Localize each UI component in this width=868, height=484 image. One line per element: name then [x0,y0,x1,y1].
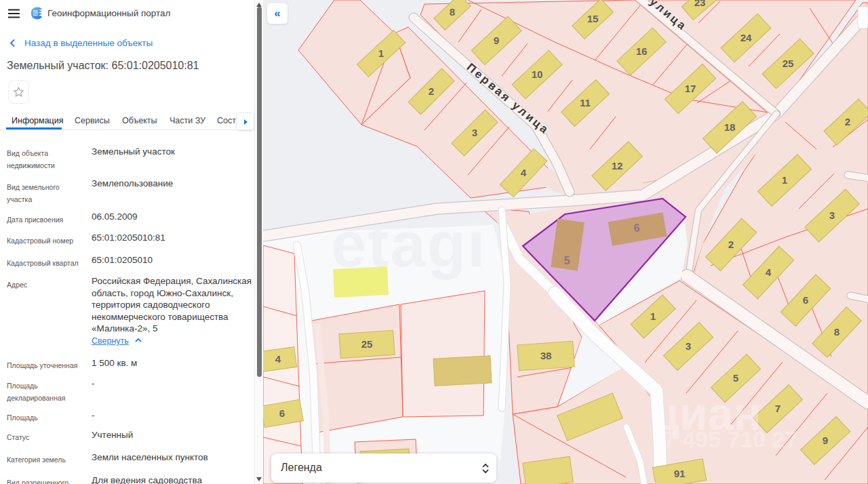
svg-text:9: 9 [823,435,828,446]
svg-text:17: 17 [685,83,696,94]
svg-text:9: 9 [494,35,499,46]
svg-text:1: 1 [650,310,656,322]
svg-text:2: 2 [728,239,734,250]
svg-text:4: 4 [766,266,772,278]
svg-text:6: 6 [279,407,285,419]
svg-text:6: 6 [634,222,640,234]
svg-text:3: 3 [829,209,835,221]
svg-text:25: 25 [783,58,794,69]
svg-text:7: 7 [775,403,781,414]
svg-text:3: 3 [686,340,691,352]
svg-text:5: 5 [564,255,570,266]
svg-text:2: 2 [845,116,850,127]
svg-text:15: 15 [587,13,599,24]
svg-text:91: 91 [674,468,686,479]
svg-text:38: 38 [540,350,552,361]
svg-text:1: 1 [782,174,787,186]
svg-text:1: 1 [378,47,384,59]
svg-text:4: 4 [275,353,281,365]
svg-text:8: 8 [450,6,455,18]
svg-text:2: 2 [429,85,434,97]
svg-text:10: 10 [532,68,543,80]
svg-text:4: 4 [521,167,527,178]
svg-text:24: 24 [741,32,752,43]
svg-text:6: 6 [803,294,808,306]
svg-text:25: 25 [361,338,373,350]
svg-text:8: 8 [834,326,840,338]
svg-text:12: 12 [612,160,623,172]
svg-text:7 495 710 27: 7 495 710 27 [663,426,798,452]
svg-text:23: 23 [694,0,706,8]
svg-text:18: 18 [724,121,736,133]
svg-text:16: 16 [636,45,648,57]
svg-text:3: 3 [472,127,477,138]
svg-text:5: 5 [733,372,738,384]
svg-text:11: 11 [580,97,591,108]
